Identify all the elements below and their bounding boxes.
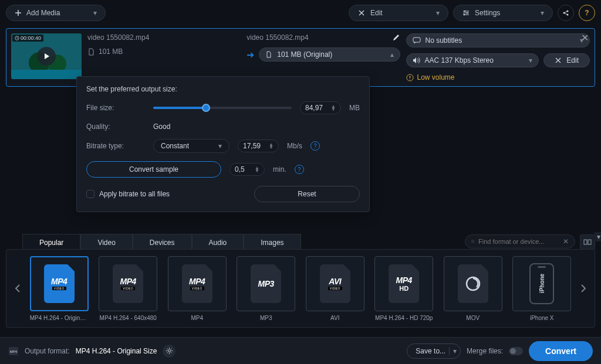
search-input[interactable] xyxy=(478,238,559,245)
convert-button[interactable]: Convert xyxy=(529,341,593,361)
edit-file-button[interactable]: Edit xyxy=(543,53,590,67)
file-icon xyxy=(265,51,272,58)
footer-bar: MP4 Output format: MP4 H.264 - Original … xyxy=(0,337,601,364)
add-media-label: Add Media xyxy=(26,9,60,17)
format-tile[interactable]: MP4VIDEOMP4 H.264 - 640x480 xyxy=(98,256,159,321)
close-icon[interactable]: ✕ xyxy=(581,32,589,43)
help-button[interactable]: ? xyxy=(579,5,595,21)
bitrate-unit: Mb/s xyxy=(287,142,302,150)
next-formats-button[interactable] xyxy=(576,252,591,325)
filesize-slider[interactable] xyxy=(153,102,292,114)
output-format-value: MP4 H.264 - Original Size xyxy=(76,347,157,355)
output-size-dropdown[interactable]: 101 MB (Original) ▴ xyxy=(259,47,400,62)
source-filename: video 1550082.mp4 xyxy=(87,33,241,42)
filesize-value: 84,97 xyxy=(305,104,323,112)
bitrate-input[interactable]: 17,59 ▲▼ xyxy=(238,140,279,152)
audio-dropdown[interactable]: AAC 137 Kbps Stereo ▾ xyxy=(406,53,539,67)
tools-icon xyxy=(357,9,366,17)
settings-label: Settings xyxy=(475,9,500,17)
pencil-icon[interactable] xyxy=(392,33,400,42)
search-icon xyxy=(471,238,475,245)
format-tile[interactable]: MP4HDMP4 H.264 - HD 720p xyxy=(374,256,435,321)
low-volume-warning: Low volume xyxy=(406,73,590,81)
chevron-right-icon xyxy=(580,284,586,293)
format-label: MP4 xyxy=(191,315,203,321)
reset-button[interactable]: Reset xyxy=(254,186,360,202)
output-format-label: Output format: xyxy=(25,347,70,355)
filesize-unit: MB xyxy=(349,104,360,112)
add-media-button[interactable]: Add Media ▾ xyxy=(6,5,106,21)
quality-value: Good xyxy=(153,123,170,131)
edit-button[interactable]: Edit ▾ xyxy=(349,5,448,21)
format-label: MP3 xyxy=(260,315,272,321)
spinner-icon[interactable]: ▲▼ xyxy=(269,143,274,149)
arrow-right-icon: ➜ xyxy=(247,49,254,60)
video-thumbnail[interactable]: 00:00:40 xyxy=(11,33,82,79)
prev-formats-button[interactable] xyxy=(10,252,25,325)
warning-icon xyxy=(406,74,414,81)
filesize-input[interactable]: 84,97 ▲▼ xyxy=(300,101,341,114)
subtitles-text: No subtitles xyxy=(426,36,576,45)
bitrate-value: 17,59 xyxy=(243,142,261,150)
bitrate-type-select[interactable]: Constant ▾ xyxy=(153,139,229,153)
svg-text:MP4: MP4 xyxy=(10,350,18,353)
file-icon xyxy=(87,48,95,56)
format-tile[interactable]: iPhoneiPhone X xyxy=(512,256,573,321)
tab-devices[interactable]: Devices xyxy=(133,234,192,251)
bitrate-type-value: Constant xyxy=(161,142,189,150)
audio-text: AAC 137 Kbps Stereo xyxy=(425,56,525,64)
svg-rect-10 xyxy=(584,240,587,244)
sample-unit: min. xyxy=(273,165,286,174)
format-tile[interactable]: MP4VIDEOMP4 xyxy=(167,256,228,321)
sample-duration-value: 0,5 xyxy=(235,165,245,174)
format-tile[interactable]: MOV xyxy=(443,256,504,321)
sample-duration-input[interactable]: 0,5 ▲▼ xyxy=(229,163,265,176)
convert-sample-button[interactable]: Convert sample xyxy=(86,161,221,178)
format-label: AVI xyxy=(330,315,339,321)
duration-text: 00:00:40 xyxy=(21,35,41,41)
info-icon[interactable]: ? xyxy=(310,141,320,151)
collapse-panel-button[interactable]: ▾ xyxy=(594,232,601,241)
format-badge-icon: MP4 xyxy=(8,346,19,356)
output-settings-button[interactable] xyxy=(163,345,175,358)
clear-icon[interactable]: ✕ xyxy=(563,237,569,246)
info-icon[interactable]: ? xyxy=(295,165,304,174)
settings-button[interactable]: Settings ▾ xyxy=(453,5,553,21)
merge-label: Merge files: xyxy=(467,347,503,355)
spinner-icon[interactable]: ▲▼ xyxy=(255,166,259,172)
share-button[interactable] xyxy=(558,5,574,21)
format-tile[interactable]: AVIVIDEOAVI xyxy=(305,256,366,321)
svg-point-2 xyxy=(464,14,465,15)
format-tile[interactable]: MP3MP3 xyxy=(236,256,297,321)
play-button[interactable] xyxy=(37,47,56,66)
convert-label: Convert xyxy=(545,346,576,356)
chevron-down-icon: ▾ xyxy=(449,347,457,355)
panel-title: Set the preferred output size: xyxy=(86,85,360,93)
output-filename: video 1550082.mp4 xyxy=(247,33,308,42)
plus-icon xyxy=(15,9,22,16)
save-to-label: Save to... xyxy=(416,347,445,355)
convert-sample-label: Convert sample xyxy=(129,165,178,174)
sliders-icon xyxy=(462,9,470,17)
format-tile[interactable]: MP4VIDEOMP4 H.264 - Original ... xyxy=(29,256,90,321)
spinner-icon[interactable]: ▲▼ xyxy=(331,105,336,111)
apply-all-checkbox[interactable] xyxy=(86,190,94,198)
tab-video[interactable]: Video xyxy=(80,234,132,251)
merge-toggle[interactable] xyxy=(509,347,523,355)
quality-label: Quality: xyxy=(86,123,145,131)
tab-audio[interactable]: Audio xyxy=(192,234,244,251)
compare-button[interactable] xyxy=(580,234,595,250)
share-icon xyxy=(562,9,570,17)
format-label: MOV xyxy=(466,315,480,321)
tab-popular[interactable]: Popular xyxy=(22,234,80,251)
tab-images[interactable]: Images xyxy=(244,234,300,251)
subtitles-dropdown[interactable]: No subtitles ▾ xyxy=(406,33,590,47)
svg-rect-11 xyxy=(588,240,591,244)
bitrate-type-label: Bitrate type: xyxy=(86,142,145,150)
svg-point-0 xyxy=(464,11,465,12)
save-to-button[interactable]: Save to... ▾ xyxy=(407,343,461,359)
format-strip: MP4VIDEOMP4 H.264 - Original ...MP4VIDEO… xyxy=(6,249,595,328)
chevron-up-icon: ▴ xyxy=(390,50,394,59)
format-search[interactable]: ✕ xyxy=(465,234,575,249)
gear-icon xyxy=(166,347,173,355)
